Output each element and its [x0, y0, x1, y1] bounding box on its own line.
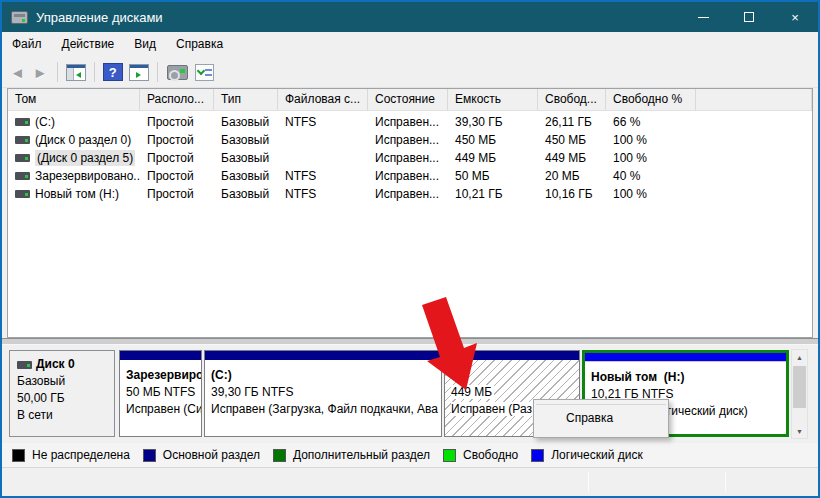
cell-capacity: 450 МБ: [448, 133, 538, 147]
pane-splitter[interactable]: [2, 338, 818, 345]
scroll-up-icon[interactable]: ▲: [792, 350, 807, 364]
cell-status: Исправен...: [368, 133, 448, 147]
partition-name: (C:): [211, 367, 441, 384]
minimize-button[interactable]: [680, 2, 726, 32]
cell-layout: Простой: [140, 151, 214, 165]
legend-extended: Дополнительный раздел: [273, 448, 430, 462]
partition-reserved[interactable]: Зарезервировано 50 МБ NTFS Исправен (Си: [119, 350, 202, 437]
partition-size: 50 МБ NTFS: [126, 384, 201, 401]
partition-size: 449 МБ: [451, 385, 494, 399]
column-header-filler: [696, 89, 812, 110]
volume-icon: [15, 172, 30, 180]
cell-free: 26,11 ГБ: [538, 115, 606, 129]
legend-label: Не распределена: [32, 448, 130, 462]
volume-icon: [15, 136, 30, 144]
cell-free-pct: 100 %: [606, 187, 696, 201]
toolbar-separator: [57, 62, 58, 82]
window-title: Управление дисками: [36, 10, 163, 25]
statusbar-separator: [725, 472, 726, 492]
partition-status: Исправен (Си: [126, 401, 201, 418]
cell-type: Базовый: [214, 169, 278, 183]
cell-free-pct: 100 %: [606, 133, 696, 147]
cell-capacity: 39,30 ГБ: [448, 115, 538, 129]
column-header-status[interactable]: Состояние: [368, 89, 448, 110]
column-header-layout[interactable]: Располо...: [140, 89, 214, 110]
legend-swatch: [12, 449, 25, 462]
table-row[interactable]: Новый том (H:) Простой Базовый NTFS Испр…: [8, 185, 812, 203]
context-menu: Справка: [533, 399, 669, 438]
cell-free: 10,16 ГБ: [538, 187, 606, 201]
title-bar[interactable]: Управление дисками ×: [2, 2, 818, 32]
column-header-free[interactable]: Свобод...: [538, 89, 606, 110]
table-row[interactable]: (C:) Простой Базовый NTFS Исправен... 39…: [8, 113, 812, 131]
menu-help[interactable]: Справка: [166, 32, 233, 57]
table-row[interactable]: (Диск 0 раздел 0) Простой Базовый Исправ…: [8, 131, 812, 149]
legend-unallocated: Не распределена: [12, 448, 130, 462]
legend-free: Свободно: [443, 448, 518, 462]
maximize-button[interactable]: [726, 2, 772, 32]
menu-bar: Файл Действие Вид Справка: [2, 32, 818, 57]
primary-partition-band: [445, 351, 579, 360]
cell-status: Исправен...: [368, 187, 448, 201]
table-row[interactable]: Зарезервировано... Простой Базовый NTFS …: [8, 167, 812, 185]
legend-swatch: [143, 449, 156, 462]
volume-name: (C:): [35, 115, 55, 129]
menu-action[interactable]: Действие: [52, 32, 125, 57]
cell-fs: NTFS: [278, 187, 368, 201]
cell-status: Исправен...: [368, 151, 448, 165]
legend-label: Основной раздел: [163, 448, 260, 462]
menu-view[interactable]: Вид: [124, 32, 166, 57]
volume-icon: [15, 154, 30, 162]
partition-size: 39,30 ГБ NTFS: [211, 384, 441, 401]
column-header-volume[interactable]: Том: [8, 89, 140, 110]
forward-icon[interactable]: ►: [33, 64, 48, 81]
toolbar: ◄ ► ?: [2, 57, 818, 88]
volume-name: Зарезервировано...: [35, 169, 140, 183]
device-properties-icon[interactable]: [167, 65, 188, 80]
column-header-capacity[interactable]: Емкость: [448, 89, 538, 110]
scroll-down-icon[interactable]: ▼: [792, 424, 807, 438]
legend-logical: Логический диск: [531, 448, 643, 462]
column-header-free-pct[interactable]: Свободно %: [606, 89, 696, 110]
partition-legend: Не распределена Основной раздел Дополнит…: [2, 443, 818, 468]
cell-free-pct: 100 %: [606, 151, 696, 165]
disk-type: Базовый: [17, 373, 114, 390]
legend-label: Свободно: [463, 448, 518, 462]
window-controls: ×: [680, 2, 818, 32]
cell-layout: Простой: [140, 133, 214, 147]
scrollbar-thumb[interactable]: [793, 366, 806, 408]
cell-type: Базовый: [214, 115, 278, 129]
volume-icon: [15, 118, 30, 126]
cell-layout: Простой: [140, 169, 214, 183]
primary-partition-band: [120, 351, 201, 360]
toolbar-separator: [157, 62, 158, 82]
menu-file[interactable]: Файл: [2, 32, 52, 57]
cell-status: Исправен...: [368, 169, 448, 183]
column-header-type[interactable]: Тип: [214, 89, 278, 110]
checklist-icon[interactable]: [195, 64, 214, 81]
cell-free: 20 МБ: [538, 169, 606, 183]
legend-swatch: [443, 449, 456, 462]
partition-status: Исправен (Раз: [451, 402, 534, 416]
table-row[interactable]: (Диск 0 раздел 5) Простой Базовый Исправ…: [8, 149, 812, 167]
console-tree-icon[interactable]: [66, 64, 86, 81]
help-icon[interactable]: ?: [103, 63, 123, 81]
cell-layout: Простой: [140, 115, 214, 129]
legend-swatch: [273, 449, 286, 462]
action-pane-icon[interactable]: [129, 64, 149, 81]
status-bar: [2, 468, 818, 496]
cell-fs: NTFS: [278, 169, 368, 183]
cell-free: 450 МБ: [538, 133, 606, 147]
partition-c[interactable]: (C:) 39,30 ГБ NTFS Исправен (Загрузка, Ф…: [204, 350, 442, 437]
disk-pane-scrollbar[interactable]: ▲ ▼: [791, 349, 808, 439]
disk0-info-box[interactable]: Диск 0 Базовый 50,00 ГБ В сети: [9, 350, 115, 437]
toolbar-separator: [94, 62, 95, 82]
close-button[interactable]: ×: [772, 2, 818, 32]
column-header-filesystem[interactable]: Файловая с...: [278, 89, 368, 110]
context-menu-help[interactable]: Справка: [534, 405, 668, 431]
disk-name: Диск 0: [36, 356, 75, 373]
cell-type: Базовый: [214, 133, 278, 147]
back-icon[interactable]: ◄: [10, 64, 25, 81]
disk-icon: [17, 361, 32, 369]
legend-label: Дополнительный раздел: [293, 448, 430, 462]
